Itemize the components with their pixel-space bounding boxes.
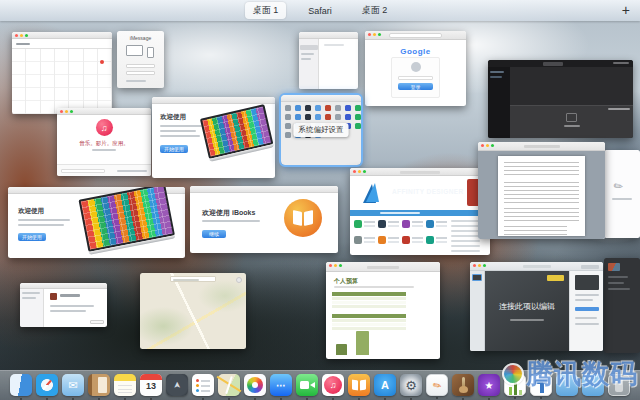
notes-sidebar [299,39,319,89]
macbook-illustration [78,187,175,255]
edit-button [90,320,104,324]
google-logo: Google [365,47,466,56]
notes-icon[interactable] [114,374,136,396]
pages-document-window[interactable] [478,142,605,239]
itunes-window[interactable]: ♫ 音乐。影片。应用。 [57,108,151,176]
add-space-button[interactable]: + [622,1,630,19]
dark-bottom-panel [510,105,633,138]
selected-note [300,45,318,50]
imessage-field [126,71,155,75]
safari-google-window[interactable]: Google 登录 [365,31,466,106]
partial-document-window[interactable]: ✎ [604,150,640,238]
titlebar [190,186,338,193]
ibooks-icon[interactable] [348,374,370,396]
numbers-icon[interactable] [504,374,526,396]
traffic-lights-icon [473,264,476,267]
system-preferences-window[interactable]: 系统偏好设置 [281,95,361,165]
system-preferences-icon[interactable] [400,374,422,396]
traffic-lights-icon [15,34,18,37]
table-header [332,292,406,296]
messages-icon[interactable] [270,374,292,396]
documents-folder-icon[interactable] [582,374,604,396]
titlebar [299,32,358,39]
maps-icon[interactable] [218,374,240,396]
window-title-tooltip: 系统偏好设置 [294,123,349,137]
numbers-window[interactable]: 个人预算 [326,262,440,359]
titlebar [281,95,361,102]
table-row [332,327,406,331]
mail-icon[interactable] [62,374,84,396]
spaces-bar: 桌面 1 Safari 桌面 2 [0,0,640,21]
calendar-today-marker [100,60,104,64]
facetime-icon[interactable] [296,374,318,396]
app-store-window[interactable]: AFFINITY DESIGNER [350,168,490,255]
thumbnail [608,263,620,271]
banner-caption-bar [350,210,490,216]
slide-subtitle-placeholder [510,319,544,321]
contact-avatar [50,293,57,300]
calendar-weekday-header [12,40,112,49]
titlebar [12,32,112,39]
document-area [478,151,605,239]
featured-banner: AFFINITY DESIGNER [350,176,490,210]
safari-icon[interactable] [36,374,58,396]
ibooks-heading: 欢迎使用 iBooks [202,208,255,218]
signin-button: 登录 [398,83,433,90]
itunes-tagline: 音乐。影片。应用。 [57,140,151,147]
photos-icon[interactable] [244,374,266,396]
macbook-screen [78,187,174,252]
contacts-icon[interactable] [88,374,110,396]
continue-button: 继续 [202,230,226,238]
launchpad-icon[interactable] [166,374,188,396]
titlebar [350,168,490,176]
macbook-illustration [200,104,274,162]
imovie-icon[interactable] [478,374,500,396]
calendar-icon[interactable]: 13 [140,374,162,396]
imessage-window[interactable]: iMessage [117,31,164,88]
itunes-icon[interactable] [322,374,344,396]
app-grid [354,220,446,246]
get-started-button: 开始使用 [160,145,188,153]
app-store-icon[interactable] [374,374,396,396]
drop-zone-icon [566,113,577,122]
slide-thumbnail [472,274,482,281]
ibooks-icon [284,199,322,237]
space-desktop-2[interactable]: 桌面 2 [354,2,396,19]
affinity-logo-icon [366,183,379,202]
partial-dark-window[interactable] [604,258,640,353]
google-signin-card: 登录 [391,57,440,98]
photos-welcome-window[interactable]: 欢迎使用 开始使用 [152,97,275,178]
address-bar [389,33,442,38]
sheet-title: 个人预算 [334,277,358,286]
downloads-folder-icon[interactable] [556,374,578,396]
space-safari[interactable]: Safari [300,4,340,18]
itunes-footer-field [61,169,105,173]
ibooks-window[interactable]: 欢迎使用 iBooks 继续 [190,186,338,253]
mission-control: 桌面 1 Safari 桌面 2 + iMessage Goog [0,0,640,400]
titlebar [478,142,605,151]
keynote-window[interactable]: 连接此项以编辑 [470,262,603,351]
garageband-icon[interactable] [452,374,474,396]
banner-title: AFFINITY DESIGNER [392,188,464,195]
keynote-icon[interactable] [530,374,552,396]
imessage-title: iMessage [117,35,164,41]
photos-welcome-window-2[interactable]: 欢迎使用 开始使用 [8,187,185,258]
notes-window[interactable] [299,32,358,89]
slide-title: 连接此项以编辑 [485,301,569,312]
contacts-window[interactable] [20,283,107,327]
dark-app-window[interactable] [488,60,633,138]
table-header [332,314,406,318]
reminders-icon[interactable] [192,374,214,396]
maps-window[interactable] [140,273,246,349]
pages-icon[interactable] [426,374,448,396]
titlebar [57,108,151,115]
finder-icon[interactable] [10,374,32,396]
contacts-sidebar [20,289,44,327]
titlebar [488,60,633,67]
space-desktop-1[interactable]: 桌面 1 [245,2,287,19]
macbook-screen [200,104,274,159]
get-started-button: 开始使用 [18,233,46,241]
document-page [498,156,585,236]
calendar-window[interactable] [12,32,112,114]
trash-icon[interactable] [608,374,630,396]
